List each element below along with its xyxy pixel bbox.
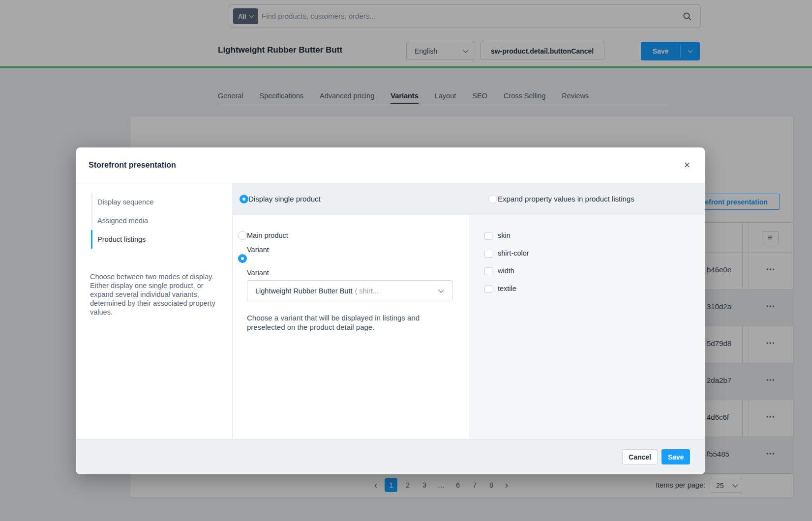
chevron-down-icon — [438, 287, 444, 292]
property-checkbox-textile[interactable] — [484, 285, 492, 293]
modal-footer: Cancel Save — [76, 439, 705, 474]
property-label-skin: skin — [498, 232, 511, 240]
variant-select[interactable]: Lightweight Rubber Butter Butt ( shirt..… — [247, 280, 452, 301]
display-single-product-radio[interactable] — [240, 195, 248, 203]
variant-select-value-muted: ( shirt... — [355, 287, 378, 295]
modal-save-button[interactable]: Save — [662, 449, 690, 464]
storefront-presentation-modal: Storefront presentation × Display sequen… — [76, 147, 705, 474]
close-icon[interactable]: × — [680, 158, 694, 172]
active-nav-indicator — [91, 230, 92, 249]
expand-property-values-label: Expand property values in product listin… — [498, 195, 634, 203]
variant-option-label: Variant — [247, 245, 269, 254]
column-divider — [232, 183, 233, 439]
property-checkbox-skin[interactable] — [484, 232, 492, 240]
variant-select-value: Lightweight Rubber Butter Butt — [255, 287, 352, 295]
property-label-shirt-color: shirt-color — [498, 249, 529, 258]
display-single-product-label: Display single product — [248, 195, 321, 203]
main-product-label: Main product — [247, 231, 288, 240]
variant-radio[interactable] — [238, 254, 247, 263]
variant-help-text: Choose a variant that will be displayed … — [247, 313, 450, 332]
modal-nav-display-sequence[interactable]: Display sequence — [97, 193, 153, 211]
property-label-textile: textile — [498, 285, 516, 293]
main-product-radio[interactable] — [238, 231, 247, 240]
modal-title: Storefront presentation — [89, 147, 176, 183]
property-label-width: width — [498, 267, 514, 275]
expand-property-values-radio[interactable] — [488, 195, 497, 203]
property-checkbox-width[interactable] — [484, 267, 492, 275]
mode-description: Choose between two modes of display. Eit… — [90, 272, 221, 317]
modal-cancel-button[interactable]: Cancel — [622, 449, 658, 464]
modal-nav-assigned-media[interactable]: Assigned media — [97, 211, 148, 230]
property-checkbox-shirt-color[interactable] — [484, 250, 492, 258]
variant-field-label: Variant — [247, 269, 269, 277]
modal-nav-product-listings[interactable]: Product listings — [97, 230, 146, 249]
